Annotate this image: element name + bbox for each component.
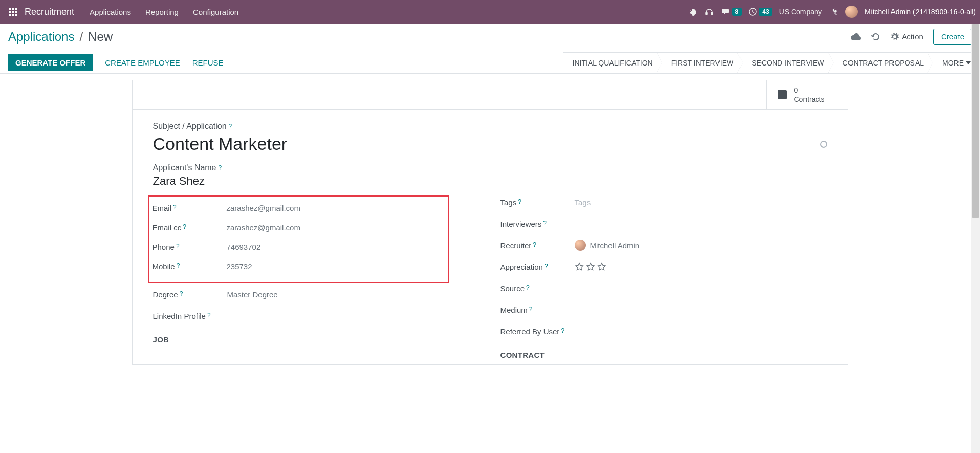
referred-row: Referred By User ?: [500, 324, 827, 338]
create-employee-button[interactable]: CREATE EMPLOYEE: [105, 58, 180, 67]
degree-label: Degree ?: [153, 290, 227, 299]
more-label: MORE: [942, 59, 964, 67]
vertical-scrollbar[interactable]: [971, 24, 980, 365]
apps-grid-icon[interactable]: [4, 8, 23, 16]
user-avatar[interactable]: [845, 6, 858, 18]
medium-label: Medium ?: [500, 306, 575, 314]
star-icon[interactable]: [586, 262, 595, 271]
actionbar: GENERATE OFFER CREATE EMPLOYEE REFUSE IN…: [0, 52, 980, 74]
recruiter-label: Recruiter ?: [500, 241, 575, 250]
subject-label: Subject / Application ?: [153, 122, 827, 131]
action-dropdown[interactable]: Action: [890, 32, 923, 41]
help-icon[interactable]: ?: [183, 223, 186, 230]
cloud-upload-icon[interactable]: [851, 33, 861, 41]
phone-row: Phone ? 74693702: [153, 240, 445, 254]
content: 0 Contracts Subject / Application ? Cont…: [0, 74, 980, 365]
mobile-label-text: Mobile: [153, 262, 175, 271]
breadcrumb-separator: /: [79, 30, 83, 44]
nav-reporting[interactable]: Reporting: [138, 8, 186, 16]
help-icon[interactable]: ?: [176, 243, 180, 250]
debug-icon[interactable]: [689, 8, 698, 16]
help-icon[interactable]: ?: [219, 164, 222, 171]
help-icon[interactable]: ?: [526, 284, 530, 291]
user-menu[interactable]: Mitchell Admin (21418909-16-0-all): [865, 8, 976, 16]
emailcc-value[interactable]: zarashez@gmail.com: [227, 223, 300, 232]
interviewers-label-text: Interviewers: [500, 220, 542, 228]
degree-label-text: Degree: [153, 290, 178, 299]
mobile-label: Mobile ?: [153, 262, 227, 271]
book-icon: [776, 88, 789, 101]
help-icon[interactable]: ?: [177, 262, 180, 269]
star-icon[interactable]: [575, 262, 584, 271]
topbar-left: Recruitment Applications Reporting Confi…: [4, 7, 246, 17]
help-icon[interactable]: ?: [173, 204, 177, 211]
refuse-button[interactable]: REFUSE: [192, 58, 224, 67]
nav-applications[interactable]: Applications: [82, 8, 138, 16]
svg-rect-4: [12, 11, 14, 13]
help-icon[interactable]: ?: [518, 198, 521, 205]
activities-icon[interactable]: 43: [749, 8, 772, 16]
subject-value[interactable]: Content Marketer: [153, 134, 288, 154]
stage-first-interview[interactable]: FIRST INTERVIEW: [662, 52, 743, 73]
appreciation-label: Appreciation ?: [500, 263, 575, 271]
support-icon[interactable]: [705, 7, 714, 16]
left-column: Email ? zarashez@gmail.com Email cc ? za…: [153, 195, 480, 359]
module-brand[interactable]: Recruitment: [23, 7, 82, 17]
section-job: JOB: [153, 335, 480, 344]
svg-rect-5: [15, 11, 17, 13]
svg-rect-7: [12, 14, 14, 16]
breadcrumb-root[interactable]: Applications: [8, 30, 74, 44]
svg-rect-6: [9, 14, 11, 16]
breadcrumb-current: New: [88, 30, 113, 44]
help-icon[interactable]: ?: [561, 327, 564, 334]
svg-rect-3: [9, 11, 11, 13]
help-icon[interactable]: ?: [229, 123, 232, 130]
nav-configuration[interactable]: Configuration: [186, 8, 246, 16]
svg-rect-1: [12, 8, 14, 10]
help-icon[interactable]: ?: [529, 306, 533, 313]
email-row: Email ? zarashez@gmail.com: [153, 201, 445, 215]
help-icon[interactable]: ?: [533, 241, 536, 248]
degree-value[interactable]: Master Degree: [227, 290, 278, 299]
source-label-text: Source: [500, 284, 525, 293]
help-icon[interactable]: ?: [180, 290, 183, 297]
phone-value[interactable]: 74693702: [227, 243, 261, 251]
topbar: Recruitment Applications Reporting Confi…: [0, 0, 980, 24]
messaging-icon[interactable]: 8: [721, 8, 742, 16]
help-icon[interactable]: ?: [545, 263, 548, 270]
referred-label-text: Referred By User: [500, 327, 560, 336]
tags-input[interactable]: Tags: [575, 198, 591, 207]
emailcc-row: Email cc ? zarashez@gmail.com: [153, 220, 445, 234]
tools-icon[interactable]: [829, 7, 838, 16]
help-icon[interactable]: ?: [207, 312, 211, 319]
applicant-name-label-text: Applicant's Name: [153, 163, 216, 172]
tags-row: Tags ? Tags: [500, 195, 827, 209]
topbar-right: 8 43 US Company Mitchell Admin (21418909…: [689, 6, 976, 18]
kanban-state-toggle[interactable]: [820, 141, 827, 148]
applicant-name-value[interactable]: Zara Shez: [153, 175, 827, 188]
stat-buttons-row: 0 Contracts: [133, 80, 848, 110]
create-button[interactable]: Create: [933, 29, 972, 45]
help-icon[interactable]: ?: [543, 220, 547, 227]
two-column-layout: Email ? zarashez@gmail.com Email cc ? za…: [153, 195, 827, 359]
applicant-name-label: Applicant's Name ?: [153, 163, 827, 172]
discard-icon[interactable]: [871, 32, 880, 41]
stage-initial-qualification[interactable]: INITIAL QUALIFICATION: [563, 52, 662, 73]
svg-rect-10: [711, 12, 713, 15]
recruiter-value[interactable]: Mitchell Admin: [575, 240, 640, 251]
stage-second-interview[interactable]: SECOND INTERVIEW: [743, 52, 833, 73]
contracts-stat-button[interactable]: 0 Contracts: [766, 80, 848, 109]
medium-label-text: Medium: [500, 306, 528, 314]
mobile-value[interactable]: 235732: [227, 262, 252, 271]
email-value[interactable]: zarashez@gmail.com: [227, 204, 300, 212]
recruiter-avatar: [575, 240, 586, 251]
star-icon[interactable]: [597, 262, 606, 271]
scrollbar-thumb[interactable]: [972, 24, 979, 218]
phone-label: Phone ?: [153, 243, 227, 251]
company-switcher[interactable]: US Company: [779, 8, 822, 16]
generate-offer-button[interactable]: GENERATE OFFER: [8, 54, 93, 71]
stage-contract-proposal[interactable]: CONTRACT PROPOSAL: [834, 52, 933, 73]
interviewers-row: Interviewers ?: [500, 217, 827, 231]
svg-rect-8: [15, 14, 17, 16]
subject-label-text: Subject / Application: [153, 122, 227, 131]
